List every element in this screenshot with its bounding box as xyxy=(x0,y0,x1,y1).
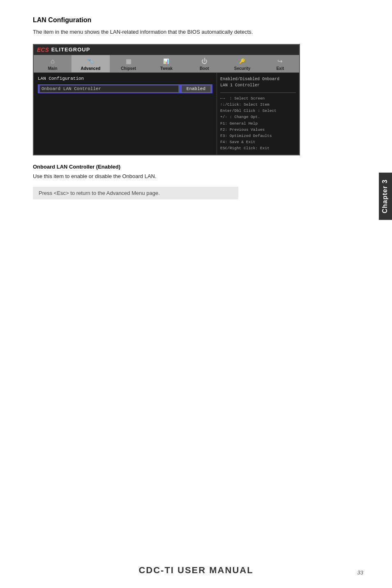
power-icon xyxy=(198,57,210,66)
bios-nav: Main Advanced Chipset Tweak Boot Securit… xyxy=(34,55,299,73)
nav-chipset-label: Chipset xyxy=(121,66,136,71)
nav-security[interactable]: Security xyxy=(223,55,261,72)
bios-row-onboard-lan[interactable]: Onboard LAN Controller Enabled xyxy=(38,84,212,93)
item-title: Onboard LAN Controller (Enabled) xyxy=(33,164,359,170)
nav-boot[interactable]: Boot xyxy=(185,55,223,72)
page-number: 33 xyxy=(357,569,363,576)
bar-icon xyxy=(161,57,172,66)
page-footer: CDC-TI USER MANUAL xyxy=(0,565,392,576)
item-desc: Use this item to enable or disable the O… xyxy=(33,172,359,181)
nav-security-label: Security xyxy=(234,66,250,71)
bios-left-panel: LAN Configuration Onboard LAN Controller… xyxy=(34,73,217,155)
nav-exit[interactable]: Exit xyxy=(261,55,299,72)
key-icon xyxy=(237,57,248,66)
nav-advanced[interactable]: Advanced xyxy=(71,55,109,72)
bios-screenshot: ECS ELITEGROUP Main Advanced Chipset Twe… xyxy=(33,44,300,156)
bios-main-area: LAN Configuration Onboard LAN Controller… xyxy=(34,73,299,155)
onboard-lan-value: Enabled xyxy=(181,85,211,93)
home-icon xyxy=(47,57,58,66)
nav-advanced-label: Advanced xyxy=(81,66,101,71)
bios-logo: ECS xyxy=(37,46,49,53)
esc-note: Press <Esc> to return to the Advanced Me… xyxy=(33,187,238,199)
screen-icon xyxy=(123,57,134,66)
page-content: LAN Configuration The item in the menu s… xyxy=(0,0,392,232)
exit-icon xyxy=(274,57,286,66)
bios-right-panel: Enabled/Disabled OnboardLAN 1 Controller… xyxy=(217,73,299,155)
bios-section-title: LAN Configuration xyxy=(38,76,212,81)
nav-tweak[interactable]: Tweak xyxy=(148,55,185,72)
nav-main-label: Main xyxy=(48,66,58,71)
chapter-tab: Chapter 3 xyxy=(379,173,392,220)
nav-main[interactable]: Main xyxy=(34,55,71,72)
onboard-lan-label: Onboard LAN Controller xyxy=(39,85,179,93)
bios-help-text: Enabled/Disabled OnboardLAN 1 Controller xyxy=(220,76,296,88)
bios-titlebar: ECS ELITEGROUP xyxy=(34,45,299,55)
nav-tweak-label: Tweak xyxy=(160,66,173,71)
section-desc: The item in the menu shows the LAN-relat… xyxy=(33,28,359,37)
bios-brand: ELITEGROUP xyxy=(51,46,90,53)
tool-icon xyxy=(85,57,96,66)
nav-boot-label: Boot xyxy=(200,66,209,71)
footer-title: CDC-TI USER MANUAL xyxy=(138,565,253,576)
bios-divider xyxy=(220,93,296,93)
nav-exit-label: Exit xyxy=(277,66,284,71)
bios-keybinds: ←→ : Select Screen ↑↓/Click: Select Item… xyxy=(220,95,296,152)
section-title: LAN Configuration xyxy=(33,16,359,24)
nav-chipset[interactable]: Chipset xyxy=(110,55,148,72)
